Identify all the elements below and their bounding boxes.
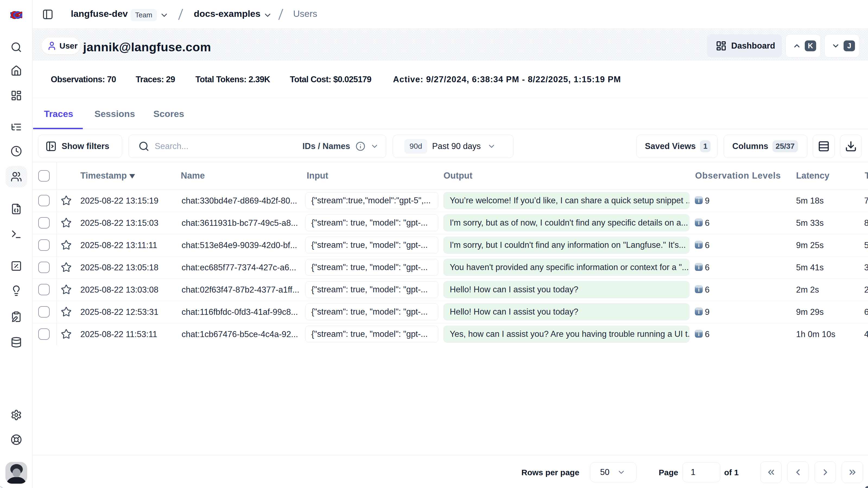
svg-text:i: i — [698, 331, 700, 337]
svg-text:i: i — [698, 309, 700, 315]
svg-text:i: i — [698, 286, 700, 293]
svg-text:i: i — [698, 242, 700, 248]
svg-text:i: i — [698, 264, 700, 270]
svg-text:i: i — [698, 220, 700, 226]
svg-text:i: i — [698, 197, 700, 204]
